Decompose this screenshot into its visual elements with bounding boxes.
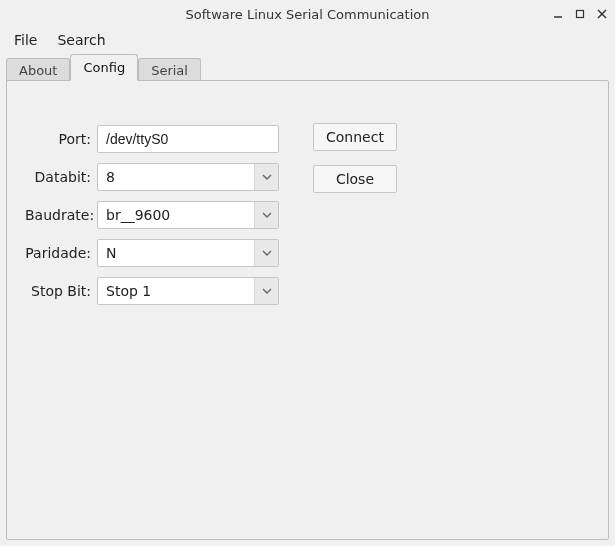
maximize-icon [575,9,585,19]
titlebar: Software Linux Serial Communication [0,0,615,28]
port-label: Port: [25,131,97,147]
minimize-icon [553,9,563,19]
baudrate-arrow [254,202,278,228]
window-title: Software Linux Serial Communication [186,7,430,22]
svg-rect-1 [577,11,584,18]
window-controls [551,0,609,28]
stopbit-value: Stop 1 [98,283,254,299]
port-input[interactable] [97,125,279,153]
menu-file[interactable]: File [6,30,45,50]
databit-label: Databit: [25,169,97,185]
menubar: File Search [0,28,615,52]
paridade-arrow [254,240,278,266]
tabbar: About Config Serial [0,52,615,80]
paridade-combo[interactable]: N [97,239,279,267]
maximize-button[interactable] [573,7,587,21]
chevron-down-icon [262,174,272,180]
connect-button[interactable]: Connect [313,123,397,151]
row-databit: Databit: 8 [25,163,590,191]
tab-about[interactable]: About [6,58,70,82]
baudrate-combo[interactable]: br__9600 [97,201,279,229]
close-button[interactable]: Close [313,165,397,193]
paridade-label: Paridade: [25,245,97,261]
chevron-down-icon [262,250,272,256]
app-window: Software Linux Serial Communication File… [0,0,615,546]
row-baudrate: Baudrate: br__9600 [25,201,590,229]
row-stopbit: Stop Bit: Stop 1 [25,277,590,305]
databit-arrow [254,164,278,190]
minimize-button[interactable] [551,7,565,21]
row-paridade: Paridade: N [25,239,590,267]
config-panel: Port: Databit: 8 Baudrate: br__9600 Pari [6,80,609,540]
stopbit-label: Stop Bit: [25,283,97,299]
chevron-down-icon [262,212,272,218]
chevron-down-icon [262,288,272,294]
stopbit-combo[interactable]: Stop 1 [97,277,279,305]
side-buttons: Connect Close [313,123,397,193]
baudrate-label: Baudrate: [25,207,97,223]
stopbit-arrow [254,278,278,304]
row-port: Port: [25,125,590,153]
databit-value: 8 [98,169,254,185]
databit-combo[interactable]: 8 [97,163,279,191]
paridade-value: N [98,245,254,261]
close-icon [597,9,607,19]
tab-serial[interactable]: Serial [138,58,201,82]
close-window-button[interactable] [595,7,609,21]
baudrate-value: br__9600 [98,207,254,223]
tab-config[interactable]: Config [70,54,138,81]
menu-search[interactable]: Search [49,30,113,50]
